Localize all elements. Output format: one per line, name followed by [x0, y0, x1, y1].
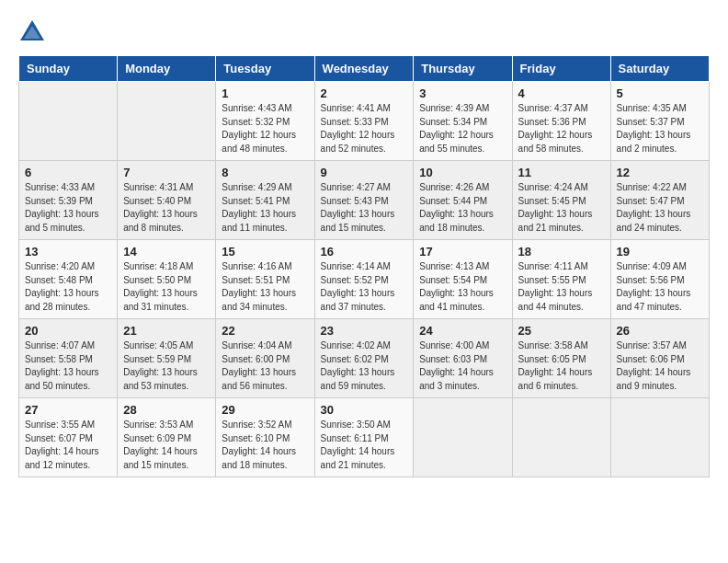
- calendar-cell: 4Sunrise: 4:37 AM Sunset: 5:36 PM Daylig…: [512, 82, 610, 161]
- calendar-cell: 6Sunrise: 4:33 AM Sunset: 5:39 PM Daylig…: [19, 161, 118, 240]
- calendar-cell: 2Sunrise: 4:41 AM Sunset: 5:33 PM Daylig…: [314, 82, 414, 161]
- logo-icon: [18, 18, 46, 46]
- calendar-cell: 26Sunrise: 3:57 AM Sunset: 6:06 PM Dayli…: [610, 319, 709, 398]
- day-number: 24: [419, 324, 506, 338]
- calendar-cell: [414, 398, 512, 477]
- page-header: [18, 18, 710, 46]
- calendar-cell: 28Sunrise: 3:53 AM Sunset: 6:09 PM Dayli…: [118, 398, 216, 477]
- day-number: 23: [321, 324, 408, 338]
- day-number: 13: [25, 245, 111, 259]
- calendar-cell: 8Sunrise: 4:29 AM Sunset: 5:41 PM Daylig…: [216, 161, 314, 240]
- day-info: Sunrise: 4:43 AM Sunset: 5:32 PM Dayligh…: [222, 102, 308, 155]
- calendar-cell: 18Sunrise: 4:11 AM Sunset: 5:55 PM Dayli…: [512, 240, 610, 319]
- day-number: 8: [222, 166, 308, 179]
- calendar-cell: 29Sunrise: 3:52 AM Sunset: 6:10 PM Dayli…: [216, 398, 314, 477]
- day-info: Sunrise: 4:09 AM Sunset: 5:56 PM Dayligh…: [617, 260, 703, 314]
- logo: [18, 18, 50, 46]
- calendar-table: SundayMondayTuesdayWednesdayThursdayFrid…: [18, 55, 710, 477]
- day-info: Sunrise: 4:29 AM Sunset: 5:41 PM Dayligh…: [222, 181, 308, 235]
- day-info: Sunrise: 4:11 AM Sunset: 5:55 PM Dayligh…: [518, 260, 605, 314]
- day-number: 26: [617, 324, 703, 338]
- calendar-cell: [118, 82, 216, 161]
- calendar-cell: 30Sunrise: 3:50 AM Sunset: 6:11 PM Dayli…: [314, 398, 414, 477]
- day-info: Sunrise: 4:04 AM Sunset: 6:00 PM Dayligh…: [222, 339, 308, 393]
- calendar-cell: [19, 82, 118, 161]
- day-number: 30: [321, 403, 408, 417]
- day-number: 9: [321, 166, 408, 179]
- column-header-friday: Friday: [512, 56, 610, 82]
- day-number: 12: [617, 166, 703, 179]
- day-info: Sunrise: 4:20 AM Sunset: 5:48 PM Dayligh…: [25, 260, 111, 314]
- day-number: 28: [123, 403, 210, 417]
- day-number: 16: [321, 245, 408, 259]
- column-header-sunday: Sunday: [19, 56, 118, 82]
- calendar-cell: 20Sunrise: 4:07 AM Sunset: 5:58 PM Dayli…: [19, 319, 118, 398]
- day-number: 29: [222, 403, 308, 417]
- day-info: Sunrise: 4:07 AM Sunset: 5:58 PM Dayligh…: [25, 339, 111, 393]
- week-row-5: 27Sunrise: 3:55 AM Sunset: 6:07 PM Dayli…: [19, 398, 710, 477]
- calendar-cell: 14Sunrise: 4:18 AM Sunset: 5:50 PM Dayli…: [118, 240, 216, 319]
- column-header-wednesday: Wednesday: [314, 56, 414, 82]
- day-info: Sunrise: 3:55 AM Sunset: 6:07 PM Dayligh…: [25, 419, 111, 472]
- day-info: Sunrise: 4:13 AM Sunset: 5:54 PM Dayligh…: [419, 260, 506, 314]
- column-header-tuesday: Tuesday: [216, 56, 314, 82]
- day-info: Sunrise: 4:00 AM Sunset: 6:03 PM Dayligh…: [419, 339, 506, 393]
- day-info: Sunrise: 4:24 AM Sunset: 5:45 PM Dayligh…: [518, 181, 605, 235]
- day-number: 25: [518, 324, 605, 338]
- calendar-cell: 11Sunrise: 4:24 AM Sunset: 5:45 PM Dayli…: [512, 161, 610, 240]
- day-number: 17: [419, 245, 506, 259]
- day-number: 2: [321, 86, 408, 100]
- calendar-cell: 24Sunrise: 4:00 AM Sunset: 6:03 PM Dayli…: [414, 319, 512, 398]
- calendar-cell: 5Sunrise: 4:35 AM Sunset: 5:37 PM Daylig…: [610, 82, 709, 161]
- day-info: Sunrise: 3:57 AM Sunset: 6:06 PM Dayligh…: [617, 339, 703, 393]
- calendar-cell: [610, 398, 709, 477]
- day-info: Sunrise: 4:02 AM Sunset: 6:02 PM Dayligh…: [321, 339, 408, 393]
- column-header-saturday: Saturday: [610, 56, 709, 82]
- day-info: Sunrise: 4:35 AM Sunset: 5:37 PM Dayligh…: [617, 102, 703, 155]
- day-info: Sunrise: 4:37 AM Sunset: 5:36 PM Dayligh…: [518, 102, 605, 155]
- day-info: Sunrise: 4:14 AM Sunset: 5:52 PM Dayligh…: [321, 260, 408, 314]
- day-number: 19: [617, 245, 703, 259]
- calendar-cell: 17Sunrise: 4:13 AM Sunset: 5:54 PM Dayli…: [414, 240, 512, 319]
- column-header-thursday: Thursday: [414, 56, 512, 82]
- day-number: 6: [25, 166, 111, 179]
- day-number: 3: [419, 86, 506, 100]
- week-row-3: 13Sunrise: 4:20 AM Sunset: 5:48 PM Dayli…: [19, 240, 710, 319]
- day-number: 11: [518, 166, 605, 179]
- calendar-cell: [512, 398, 610, 477]
- calendar-cell: 7Sunrise: 4:31 AM Sunset: 5:40 PM Daylig…: [118, 161, 216, 240]
- day-info: Sunrise: 4:27 AM Sunset: 5:43 PM Dayligh…: [321, 181, 408, 235]
- calendar-header-row: SundayMondayTuesdayWednesdayThursdayFrid…: [19, 56, 710, 82]
- column-header-monday: Monday: [118, 56, 216, 82]
- day-number: 14: [123, 245, 210, 259]
- calendar-cell: 27Sunrise: 3:55 AM Sunset: 6:07 PM Dayli…: [19, 398, 118, 477]
- day-info: Sunrise: 3:58 AM Sunset: 6:05 PM Dayligh…: [518, 339, 605, 393]
- calendar-cell: 10Sunrise: 4:26 AM Sunset: 5:44 PM Dayli…: [414, 161, 512, 240]
- day-number: 27: [25, 403, 111, 417]
- day-info: Sunrise: 4:41 AM Sunset: 5:33 PM Dayligh…: [321, 102, 408, 155]
- day-number: 10: [419, 166, 506, 179]
- calendar-cell: 21Sunrise: 4:05 AM Sunset: 5:59 PM Dayli…: [118, 319, 216, 398]
- day-number: 7: [123, 166, 210, 179]
- day-number: 22: [222, 324, 308, 338]
- calendar-cell: 16Sunrise: 4:14 AM Sunset: 5:52 PM Dayli…: [314, 240, 414, 319]
- day-info: Sunrise: 4:26 AM Sunset: 5:44 PM Dayligh…: [419, 181, 506, 235]
- week-row-2: 6Sunrise: 4:33 AM Sunset: 5:39 PM Daylig…: [19, 161, 710, 240]
- calendar-cell: 13Sunrise: 4:20 AM Sunset: 5:48 PM Dayli…: [19, 240, 118, 319]
- day-number: 5: [617, 86, 703, 100]
- day-number: 20: [25, 324, 111, 338]
- calendar-cell: 22Sunrise: 4:04 AM Sunset: 6:00 PM Dayli…: [216, 319, 314, 398]
- day-info: Sunrise: 3:52 AM Sunset: 6:10 PM Dayligh…: [222, 419, 308, 472]
- day-info: Sunrise: 4:18 AM Sunset: 5:50 PM Dayligh…: [123, 260, 210, 314]
- calendar-cell: 1Sunrise: 4:43 AM Sunset: 5:32 PM Daylig…: [216, 82, 314, 161]
- day-number: 21: [123, 324, 210, 338]
- day-info: Sunrise: 4:33 AM Sunset: 5:39 PM Dayligh…: [25, 181, 111, 235]
- day-info: Sunrise: 4:05 AM Sunset: 5:59 PM Dayligh…: [123, 339, 210, 393]
- calendar-cell: 12Sunrise: 4:22 AM Sunset: 5:47 PM Dayli…: [610, 161, 709, 240]
- calendar-cell: 19Sunrise: 4:09 AM Sunset: 5:56 PM Dayli…: [610, 240, 709, 319]
- day-info: Sunrise: 4:16 AM Sunset: 5:51 PM Dayligh…: [222, 260, 308, 314]
- day-info: Sunrise: 4:39 AM Sunset: 5:34 PM Dayligh…: [419, 102, 506, 155]
- day-info: Sunrise: 3:50 AM Sunset: 6:11 PM Dayligh…: [321, 419, 408, 472]
- week-row-1: 1Sunrise: 4:43 AM Sunset: 5:32 PM Daylig…: [19, 82, 710, 161]
- calendar-cell: 3Sunrise: 4:39 AM Sunset: 5:34 PM Daylig…: [414, 82, 512, 161]
